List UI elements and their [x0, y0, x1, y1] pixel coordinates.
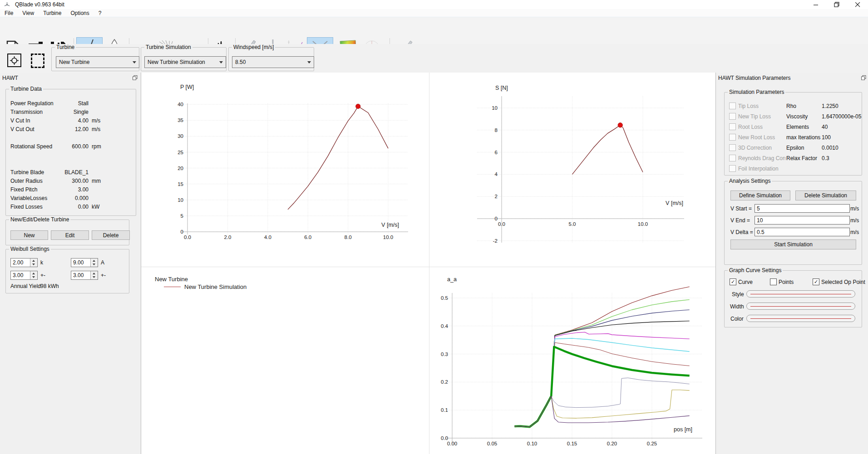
turbine-data-unit: m/s [92, 117, 100, 124]
spinner-arrows-icon[interactable] [90, 259, 98, 267]
svg-text:V [m/s]: V [m/s] [381, 222, 399, 228]
turbine-data-value: Single [33, 109, 89, 115]
spinner-arrows-icon[interactable] [90, 271, 98, 279]
float-panel-icon[interactable] [861, 75, 866, 80]
windspeed-selector-label: Windspeed [m/s] [232, 44, 275, 50]
loss-checkbox-label: New Root Loss [738, 134, 775, 141]
graph-curve-settings-title: Graph Curve Settings [728, 267, 783, 273]
menu-bar: File View Turbine Options ? [0, 9, 868, 17]
v-end-label: V End = [730, 217, 750, 224]
turbine-data-unit: rpm [92, 143, 101, 150]
root-loss-checkbox[interactable] [729, 123, 736, 130]
selection-box-button[interactable] [31, 54, 44, 68]
main-toolbar: 360° [0, 17, 868, 44]
chevron-down-icon [307, 61, 311, 63]
new-root-loss-checkbox[interactable] [729, 134, 736, 141]
v-end-input[interactable]: 10 [755, 216, 850, 225]
close-button[interactable] [847, 0, 868, 9]
parameter-value: 1.64700000e-05 [822, 113, 861, 120]
weibull-a-range-spinner[interactable]: 3.00 [71, 271, 98, 280]
weibull-k-range-value: 3.00 [13, 272, 23, 278]
turbine-data-row: Outer Radius300.00mm [6, 178, 136, 186]
float-panel-icon[interactable] [133, 75, 138, 80]
svg-text:4.0: 4.0 [264, 234, 271, 240]
parameter-value: 1.2250 [822, 103, 838, 109]
power-chart: 05101520253035400.02.04.06.08.010.0P [W]… [141, 73, 429, 267]
svg-text:0: 0 [495, 216, 498, 221]
v-end-unit: m/s [850, 217, 859, 224]
svg-text:0.2: 0.2 [441, 379, 448, 385]
restore-button[interactable] [826, 0, 847, 9]
crosshair-tool-button[interactable] [7, 54, 21, 67]
selector-row: Turbine New Turbine Turbine Simulation N… [0, 44, 868, 73]
weibull-a-value: 9.00 [73, 259, 84, 266]
weibull-a-suffix: A [101, 259, 104, 266]
weibull-a-spinner[interactable]: 9.00 [71, 258, 98, 267]
svg-text:0.05: 0.05 [487, 441, 497, 446]
minimize-icon [814, 2, 819, 7]
delete-simulation-button[interactable]: Delete Simulation [795, 190, 856, 200]
menu-file[interactable]: File [0, 9, 18, 17]
analysis-settings-title: Analysis Settings [728, 178, 772, 184]
define-simulation-button[interactable]: Define Simulation [730, 190, 790, 200]
points-checkbox[interactable] [770, 278, 777, 285]
menu-help[interactable]: ? [94, 9, 106, 17]
parameter-value: 100 [822, 134, 831, 141]
new-tip-loss-checkbox[interactable] [729, 113, 736, 120]
spinner-arrows-icon[interactable] [30, 259, 37, 267]
v-delta-unit: m/s [850, 229, 859, 235]
new-turbine-button[interactable]: New [10, 230, 48, 240]
svg-text:5.0: 5.0 [569, 221, 576, 227]
svg-text:V [m/s]: V [m/s] [666, 200, 683, 206]
svg-text:S [N]: S [N] [495, 85, 508, 91]
menu-options[interactable]: Options [66, 9, 94, 17]
foil-interpolation-checkbox[interactable] [729, 165, 736, 172]
start-simulation-button[interactable]: Start Simulation [730, 239, 856, 249]
loss-checkbox-label: New Tip Loss [738, 113, 771, 120]
3d-correction-checkbox[interactable] [729, 144, 736, 151]
menu-view[interactable]: View [18, 9, 39, 17]
chevron-down-icon [219, 61, 223, 63]
reynolds-drag-corre-checkbox[interactable] [729, 155, 736, 161]
simulation-selector[interactable]: New Turbine Simulation [144, 56, 226, 68]
restore-icon [834, 2, 839, 7]
new-edit-delete-title: New/Edit/Delete Turbine [9, 216, 70, 223]
axial-induction-chart: 0.00.10.20.30.40.50.000.050.100.150.200.… [429, 267, 715, 454]
svg-text:0.3: 0.3 [441, 351, 448, 357]
turbine-selector-group: Turbine New Turbine [51, 47, 139, 71]
turbine-data-row: Fixed Pitch3.00 [6, 186, 136, 195]
svg-text:0.00: 0.00 [447, 441, 457, 446]
edit-turbine-button[interactable]: Edit [51, 230, 89, 240]
loss-checkbox-label: Root Loss [738, 124, 763, 130]
turbine-data-label: V Cut In [10, 117, 30, 124]
svg-text:0: 0 [181, 229, 183, 234]
tip-loss-checkbox[interactable] [729, 103, 736, 109]
svg-text:5: 5 [181, 213, 183, 219]
turbine-data-value: 600.00 [33, 143, 89, 150]
color-button[interactable] [746, 315, 855, 322]
windspeed-selector[interactable]: 8.50 [232, 56, 314, 68]
svg-text:0.4: 0.4 [441, 323, 449, 329]
svg-text:0.10: 0.10 [527, 441, 537, 446]
hawt-simulation-parameters-panel: HAWT Simulation Parameters Simulation Pa… [715, 73, 868, 454]
weibull-k-range-spinner[interactable]: 3.00 [10, 271, 38, 280]
v-delta-input[interactable]: 0.5 [755, 228, 850, 236]
v-start-input[interactable]: 5 [755, 204, 850, 213]
turbine-selector[interactable]: New Turbine [56, 56, 139, 68]
turbine-data-value: 3.00 [33, 186, 89, 193]
curve-checkbox[interactable] [730, 278, 736, 285]
width-button[interactable] [746, 303, 855, 310]
menu-turbine[interactable]: Turbine [39, 9, 66, 17]
spinner-arrows-icon[interactable] [30, 271, 37, 279]
delete-turbine-button[interactable]: Delete [92, 230, 130, 240]
svg-text:0.0: 0.0 [441, 435, 448, 441]
svg-text:2: 2 [495, 194, 498, 199]
minimize-button[interactable] [805, 0, 826, 9]
selected-op-point-checkbox[interactable] [813, 278, 819, 285]
simulation-parameters-group: Simulation Parameters Tip LossRho1.2250N… [724, 92, 862, 176]
style-button[interactable] [746, 290, 855, 298]
turbine-data-value: 0.000 [33, 195, 89, 201]
simulation-parameter-row: Reynolds Drag CorreRelax Factor0.3 [725, 154, 862, 164]
weibull-k-suffix: k [40, 259, 43, 266]
weibull-k-spinner[interactable]: 2.00 [10, 258, 38, 267]
